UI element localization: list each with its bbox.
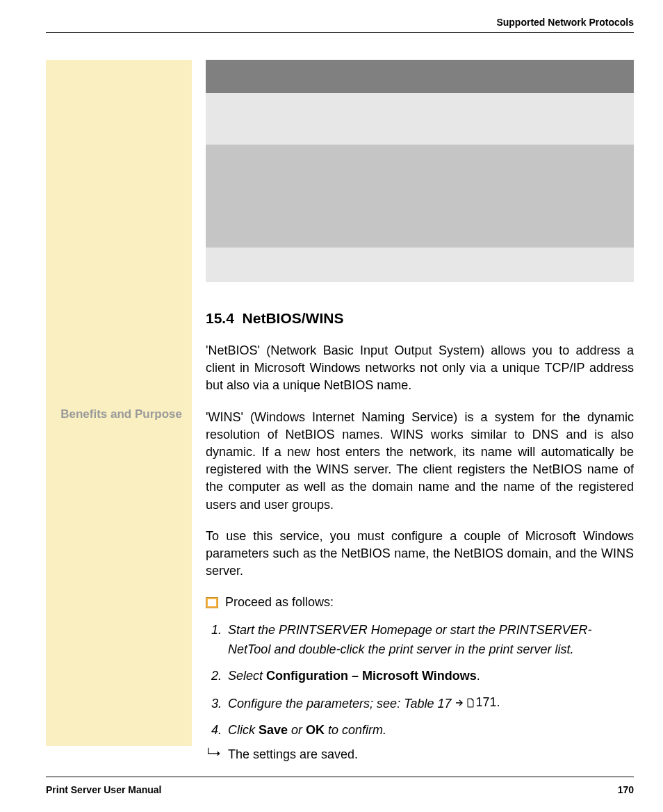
figure-bar-light-1 — [206, 93, 634, 145]
step-4-ok: OK — [306, 723, 325, 737]
step-4: Click Save or OK to confirm. — [225, 721, 634, 740]
page-icon — [466, 698, 475, 708]
footer-rule — [46, 777, 634, 777]
step-2-path: Configuration – Microsoft Windows — [266, 669, 477, 683]
header-rule — [46, 32, 634, 33]
proceed-icon — [206, 597, 218, 608]
result-row: ⮡ The settings are saved. — [206, 747, 634, 762]
paragraph-intro: 'NetBIOS' (Network Basic Input Output Sy… — [206, 342, 634, 395]
step-1: Start the PRINTSERVER Homepage or start … — [225, 621, 634, 660]
proceed-label: Proceed as follows: — [225, 595, 334, 610]
figure-bar-light-2 — [206, 247, 634, 282]
figure-bar-dark — [206, 60, 634, 93]
step-3-text: Configure the parameters; see: Table 17 — [228, 697, 452, 710]
paragraph-wins: 'WINS' (Windows Internet Naming Service)… — [206, 409, 634, 514]
arrow-right-icon — [455, 698, 465, 708]
step-2-post: . — [477, 669, 480, 683]
footer: Print Server User Manual 170 — [46, 784, 634, 795]
ref-page-number: 171. — [476, 693, 500, 713]
section-title-text: NetBIOS/WINS — [243, 310, 344, 326]
result-text: The settings are saved. — [228, 747, 358, 762]
cross-reference: 171. — [455, 693, 500, 713]
proceed-row: Proceed as follows: — [206, 595, 634, 610]
footer-doc-title: Print Server User Manual — [46, 784, 162, 795]
result-arrow-icon: ⮡ — [207, 747, 221, 762]
section-number: 15.4 — [206, 310, 234, 326]
paragraph-config-note: To use this service, you must configure … — [206, 528, 634, 580]
section-heading: 15.4 NetBIOS/WINS — [206, 310, 634, 327]
step-4-pre: Click — [228, 723, 259, 737]
step-3: Configure the parameters; see: Table 17 … — [225, 693, 634, 714]
figure-bar-mid — [206, 145, 634, 247]
page: Supported Network Protocols Benefits and… — [0, 0, 663, 812]
running-header: Supported Network Protocols — [46, 17, 634, 28]
content-area: 15.4 NetBIOS/WINS 'NetBIOS' (Network Bas… — [206, 60, 634, 762]
step-4-post: to confirm. — [325, 723, 386, 737]
procedure-list: Start the PRINTSERVER Homepage or start … — [206, 621, 634, 740]
margin-label-benefits: Benefits and Purpose — [56, 405, 182, 423]
step-2-pre: Select — [228, 669, 266, 683]
footer-page-number: 170 — [618, 784, 634, 795]
step-4-save: Save — [259, 723, 288, 737]
figure-placeholder — [206, 60, 634, 282]
step-4-mid: or — [288, 723, 306, 737]
step-2: Select Configuration – Microsoft Windows… — [225, 667, 634, 686]
sidebar-band — [46, 60, 192, 746]
